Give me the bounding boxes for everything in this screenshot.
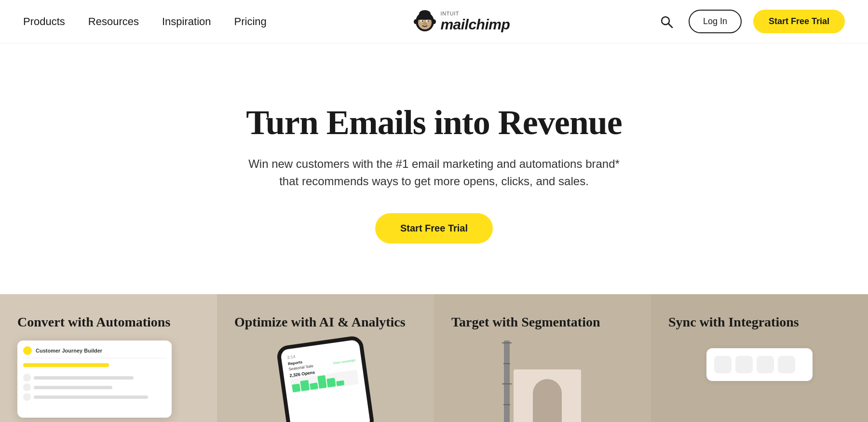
svg-line-11 <box>668 24 672 27</box>
ruler-vertical <box>504 340 510 422</box>
tablet-row-3 <box>23 393 166 401</box>
phone-wrapper: 3:14 Reports Seasonal Sale View campaign… <box>276 335 375 422</box>
row-bar <box>34 376 134 380</box>
chart-bar-4 <box>317 375 327 389</box>
ruler-illustration <box>504 340 510 422</box>
integrations-box <box>706 348 813 381</box>
feature-grid: Convert with Automations Customer Journe… <box>0 294 868 422</box>
tablet-rows <box>23 374 166 401</box>
tablet-header: Customer Journey Builder <box>23 346 166 358</box>
tablet-label: Customer Journey Builder <box>36 348 102 354</box>
tablet-row-2 <box>23 383 166 391</box>
integrations-icons-grid <box>714 356 805 373</box>
svg-point-8 <box>432 19 436 24</box>
search-button[interactable] <box>656 11 677 32</box>
phone-mockup: 3:14 Reports Seasonal Sale View campaign… <box>276 335 375 422</box>
feature-title-ai: Optimize with AI & Analytics <box>234 313 417 331</box>
nav-resources[interactable]: Resources <box>88 15 139 28</box>
row-icon <box>23 374 31 381</box>
feature-card-integrations: Sync with Integrations <box>651 294 868 422</box>
svg-point-4 <box>422 20 423 22</box>
bar-yellow <box>23 363 109 367</box>
feature-card-segmentation: Target with Segmentation <box>434 294 651 422</box>
hero-section: Turn Emails into Revenue Win new custome… <box>0 43 868 294</box>
svg-point-6 <box>423 22 427 25</box>
search-icon <box>660 15 673 28</box>
feature-title-integrations: Sync with Integrations <box>668 313 851 331</box>
integration-icon-4 <box>778 356 795 373</box>
integration-icon-2 <box>735 356 753 373</box>
person-silhouette-area <box>514 369 581 422</box>
tablet-mockup: Customer Journey Builder <box>17 340 172 418</box>
logo-text-group: INTUIT mailchimp <box>440 11 510 33</box>
nav-products[interactable]: Products <box>23 15 65 28</box>
row-icon-3 <box>23 393 31 401</box>
feature-card-automations: Convert with Automations Customer Journe… <box>0 294 217 422</box>
hero-subtitle: Win new customers with the #1 email mark… <box>246 155 622 190</box>
nav-inspiration[interactable]: Inspiration <box>162 15 211 28</box>
feature-card-ai: Optimize with AI & Analytics 3:14 Report… <box>217 294 434 422</box>
tablet-bars-row <box>23 363 166 367</box>
logo-mailchimp-text: mailchimp <box>440 16 510 33</box>
row-bar-2 <box>34 386 112 389</box>
nav-right: Log In Start Free Trial <box>656 10 845 33</box>
logo-intuit-text: INTUIT <box>440 11 459 16</box>
chart-bar-3 <box>310 383 318 390</box>
mailchimp-logo-icon <box>412 9 437 34</box>
hero-title: Turn Emails into Revenue <box>246 104 622 142</box>
chip-icon <box>23 346 32 355</box>
feature-title-segmentation: Target with Segmentation <box>451 313 634 331</box>
navbar: Products Resources Inspiration Pricing <box>0 0 868 43</box>
login-button[interactable]: Log In <box>689 10 742 33</box>
person-silhouette <box>533 379 562 422</box>
nav-pricing[interactable]: Pricing <box>234 15 267 28</box>
integration-icon-3 <box>757 356 774 373</box>
ruler-tick-1 <box>502 342 512 343</box>
nav-left: Products Resources Inspiration Pricing <box>23 15 267 28</box>
hero-trial-button[interactable]: Start Free Trial <box>375 213 493 244</box>
svg-point-5 <box>428 20 429 22</box>
ruler-tick-4 <box>503 404 510 405</box>
svg-point-7 <box>414 19 418 24</box>
feature-title-automations: Convert with Automations <box>17 313 200 331</box>
ai-phone-preview: 3:14 Reports Seasonal Sale View campaign… <box>234 340 417 422</box>
integrations-visual <box>668 340 851 381</box>
chart-bar-6 <box>336 381 345 387</box>
chart-bar-5 <box>326 378 336 387</box>
tablet-row-1 <box>23 374 166 381</box>
nav-trial-button[interactable]: Start Free Trial <box>753 10 845 33</box>
chart-bar-1 <box>292 384 300 393</box>
nav-logo[interactable]: INTUIT mailchimp <box>412 9 510 34</box>
integration-icon-1 <box>714 356 732 373</box>
phone-inner: 3:14 Reports Seasonal Sale View campaign… <box>280 340 371 422</box>
chart-bar-2 <box>300 380 310 391</box>
ruler-tick-3 <box>502 383 512 384</box>
ruler-tick-2 <box>503 363 510 364</box>
segmentation-visual <box>451 340 634 422</box>
svg-point-9 <box>419 10 431 18</box>
row-icon-2 <box>23 383 31 391</box>
row-bar-3 <box>34 395 148 399</box>
automations-device-preview: Customer Journey Builder <box>17 340 200 418</box>
